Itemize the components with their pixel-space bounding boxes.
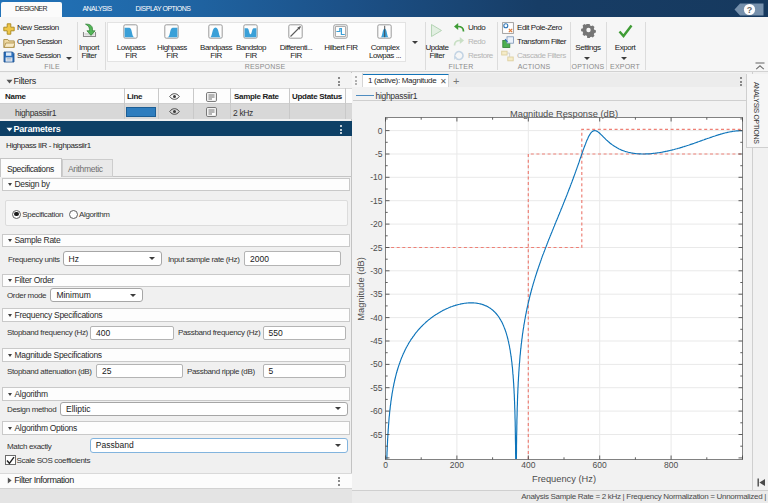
svg-text:-55: -55 <box>370 383 383 393</box>
svg-text:-25: -25 <box>370 243 383 253</box>
svg-text:-60: -60 <box>370 406 383 416</box>
svg-text:-15: -15 <box>370 196 383 206</box>
svg-text:400: 400 <box>521 460 535 470</box>
svg-text:-30: -30 <box>370 266 383 276</box>
svg-text:-10: -10 <box>370 172 383 182</box>
svg-text:-45: -45 <box>370 336 383 346</box>
svg-text:0: 0 <box>383 460 388 470</box>
svg-text:-40: -40 <box>370 313 383 323</box>
svg-text:-5: -5 <box>375 149 383 159</box>
svg-text:0: 0 <box>378 126 383 136</box>
svg-text:Magnitude (dB): Magnitude (dB) <box>356 257 366 321</box>
svg-text:Frequency (Hz): Frequency (Hz) <box>532 474 596 484</box>
svg-text:-20: -20 <box>370 219 383 229</box>
svg-text:-50: -50 <box>370 359 383 369</box>
svg-text:200: 200 <box>450 460 464 470</box>
svg-text:600: 600 <box>593 460 607 470</box>
svg-text:?: ? <box>747 4 753 14</box>
svg-text:-65: -65 <box>370 430 383 440</box>
svg-text:800: 800 <box>664 460 678 470</box>
svg-text:-35: -35 <box>370 289 383 299</box>
